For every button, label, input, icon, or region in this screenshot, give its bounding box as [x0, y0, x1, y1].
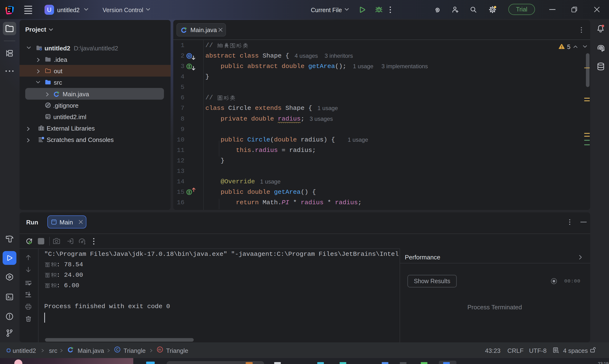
svg-text:m: m: [158, 347, 161, 351]
svg-text:C: C: [116, 347, 119, 351]
svg-text:IJ: IJ: [8, 7, 11, 10]
